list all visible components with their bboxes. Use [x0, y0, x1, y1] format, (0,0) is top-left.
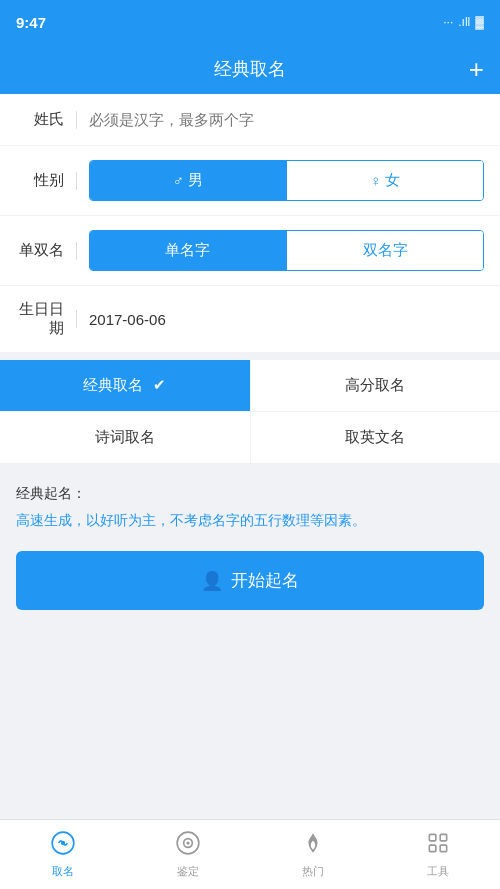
- name-type-label: 单双名: [16, 241, 76, 260]
- form-section: 姓氏 性别 ♂ 男 ♀ 女 单双名: [0, 94, 500, 352]
- nav-hot[interactable]: 热门: [250, 830, 375, 879]
- desc-title: 经典起名：: [16, 485, 484, 503]
- divider: [76, 111, 77, 129]
- header: 经典取名 +: [0, 44, 500, 94]
- gender-male-button[interactable]: ♂ 男: [90, 161, 286, 200]
- desc-content: 高速生成，以好听为主，不考虑名字的五行数理等因素。: [16, 509, 484, 531]
- tab-poetry[interactable]: 诗词取名: [0, 412, 250, 463]
- svg-rect-6: [440, 834, 447, 841]
- method-tab-row-1: 经典取名 ✔ 高分取名: [0, 360, 500, 412]
- bottom-nav: 取名 鉴定 热门 工具: [0, 819, 500, 889]
- nav-tools-label: 工具: [427, 864, 449, 879]
- tab-classic[interactable]: 经典取名 ✔: [0, 360, 250, 411]
- female-symbol: ♀: [370, 172, 381, 189]
- tab-poetry-label: 诗词取名: [95, 428, 155, 445]
- gender-toggle-group: ♂ 男 ♀ 女: [89, 160, 484, 201]
- male-label: 男: [188, 171, 203, 190]
- nav-appraise[interactable]: 鉴定: [125, 830, 250, 879]
- nav-hot-label: 热门: [302, 864, 324, 879]
- birthdate-value[interactable]: 2017-06-06: [89, 311, 484, 328]
- tab-english-label: 取英文名: [345, 428, 405, 445]
- surname-label: 姓氏: [16, 110, 76, 129]
- start-button[interactable]: 👤 开始起名: [16, 551, 484, 610]
- nav-appraise-label: 鉴定: [177, 864, 199, 879]
- status-time: 9:47: [16, 14, 46, 31]
- person-icon: 👤: [201, 570, 223, 592]
- naming-icon: [50, 830, 76, 860]
- gender-row: 性别 ♂ 男 ♀ 女: [0, 146, 500, 216]
- tab-highscore-label: 高分取名: [345, 376, 405, 393]
- name-type-row: 单双名 单名字 双名字: [0, 216, 500, 286]
- status-bar: 9:47 ··· .ıll ▓: [0, 0, 500, 44]
- tab-highscore[interactable]: 高分取名: [251, 360, 501, 411]
- tab-classic-label: 经典取名: [83, 376, 143, 393]
- main-content: 姓氏 性别 ♂ 男 ♀ 女 单双名: [0, 94, 500, 630]
- header-title: 经典取名: [214, 57, 286, 81]
- divider: [76, 310, 77, 328]
- svg-rect-5: [429, 834, 436, 841]
- signal-dots: ···: [443, 15, 453, 29]
- svg-rect-7: [429, 845, 436, 852]
- check-icon: ✔: [153, 376, 166, 394]
- svg-point-1: [60, 841, 64, 845]
- birthdate-row: 生日日期 2017-06-06: [0, 286, 500, 352]
- divider: [76, 242, 77, 260]
- double-name-button[interactable]: 双名字: [287, 231, 483, 270]
- battery-icon: ▓: [475, 15, 484, 29]
- method-tab-row-2: 诗词取名 取英文名: [0, 412, 500, 463]
- signal-bars: .ıll: [458, 15, 470, 29]
- female-label: 女: [385, 171, 400, 190]
- svg-rect-8: [440, 845, 447, 852]
- surname-input[interactable]: [89, 111, 484, 128]
- gender-label: 性别: [16, 171, 76, 190]
- method-tabs: 经典取名 ✔ 高分取名 诗词取名 取英文名: [0, 360, 500, 463]
- divider: [76, 172, 77, 190]
- single-name-button[interactable]: 单名字: [90, 231, 286, 270]
- start-btn-wrapper: 👤 开始起名: [0, 551, 500, 630]
- appraise-icon: [175, 830, 201, 860]
- status-icons: ··· .ıll ▓: [443, 15, 484, 29]
- add-button[interactable]: +: [469, 54, 484, 85]
- male-symbol: ♂: [173, 172, 184, 189]
- surname-row: 姓氏: [0, 94, 500, 146]
- tools-icon: [425, 830, 451, 860]
- svg-point-4: [186, 841, 189, 844]
- nav-naming[interactable]: 取名: [0, 830, 125, 879]
- birthdate-label: 生日日期: [16, 300, 76, 338]
- nav-tools[interactable]: 工具: [375, 830, 500, 879]
- name-type-toggle-group: 单名字 双名字: [89, 230, 484, 271]
- nav-naming-label: 取名: [52, 864, 74, 879]
- tab-english[interactable]: 取英文名: [251, 412, 501, 463]
- gender-female-button[interactable]: ♀ 女: [287, 161, 483, 200]
- description-section: 经典起名： 高速生成，以好听为主，不考虑名字的五行数理等因素。: [0, 471, 500, 551]
- start-button-label: 开始起名: [231, 569, 299, 592]
- hot-icon: [300, 830, 326, 860]
